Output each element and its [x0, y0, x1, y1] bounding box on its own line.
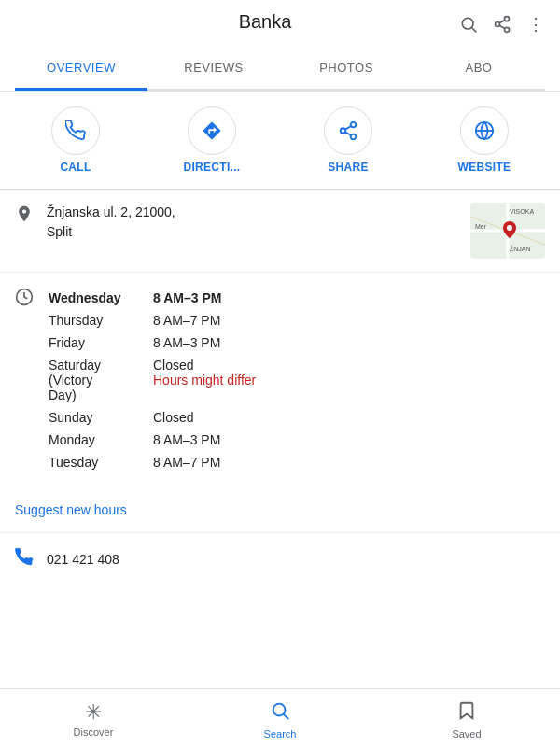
svg-line-10	[345, 132, 351, 135]
day-thursday: Thursday	[49, 310, 151, 331]
svg-text:VISOKA: VISOKA	[510, 208, 534, 215]
hours-row-tuesday: Tuesday 8 AM–7 PM	[49, 452, 543, 472]
hours-friday: 8 AM–3 PM	[153, 332, 543, 353]
svg-text:ŽNJAN: ŽNJAN	[510, 245, 531, 252]
svg-point-2	[505, 16, 510, 21]
svg-line-6	[499, 20, 505, 22]
search-label: Search	[264, 728, 297, 740]
hours-thursday: 8 AM–7 PM	[153, 310, 543, 331]
svg-line-11	[345, 126, 351, 130]
svg-point-23	[507, 225, 512, 231]
phone-screen: Banka ⋮ OVERVIEW REVIEWS	[0, 0, 560, 747]
directions-label: DIRECTI...	[183, 161, 240, 174]
call-circle	[51, 106, 100, 155]
saved-label: Saved	[452, 728, 481, 740]
bottom-nav: ✳ Discover Search Saved	[0, 688, 560, 747]
svg-point-0	[462, 18, 473, 29]
tab-photos[interactable]: PHOTOS	[280, 48, 413, 89]
svg-point-8	[341, 128, 346, 134]
day-wednesday: Wednesday	[49, 288, 151, 308]
directions-button[interactable]: DIRECTI...	[179, 106, 245, 174]
nav-saved[interactable]: Saved	[373, 697, 560, 743]
hours-tuesday: 8 AM–7 PM	[153, 452, 543, 472]
hours-saturday: Closed Hours might differ	[153, 355, 543, 405]
directions-circle	[188, 106, 236, 155]
nav-discover[interactable]: ✳ Discover	[0, 697, 187, 743]
phone-row: 021 421 408	[0, 533, 560, 585]
page-title: Banka	[239, 11, 292, 33]
map-thumbnail[interactable]: VISOKA ŽNJAN Mer ak	[470, 203, 545, 259]
svg-point-25	[273, 704, 286, 716]
day-saturday: Saturday(VictoryDay)	[49, 355, 151, 405]
call-button[interactable]: CALL	[43, 106, 108, 174]
svg-text:Mer: Mer	[475, 223, 487, 230]
tabs: OVERVIEW REVIEWS PHOTOS ABO	[15, 48, 545, 91]
svg-line-5	[499, 25, 505, 28]
hours-row-sunday: Sunday Closed	[49, 407, 543, 428]
address-text: Žnjanska ul. 2, 21000, Split	[47, 203, 463, 242]
search-nav-icon	[270, 700, 290, 726]
call-label: CALL	[60, 161, 91, 174]
day-friday: Friday	[49, 332, 151, 353]
svg-point-7	[351, 122, 357, 128]
hours-row-saturday: Saturday(VictoryDay) Closed Hours might …	[49, 355, 543, 405]
share-button[interactable]: SHARE	[315, 106, 381, 174]
search-icon[interactable]	[459, 15, 478, 34]
tab-reviews[interactable]: REVIEWS	[147, 48, 280, 89]
phone-number[interactable]: 021 421 408	[47, 552, 119, 567]
hours-content: Wednesday 8 AM–3 PM Thursday 8 AM–7 PM F…	[47, 286, 545, 474]
tab-overview[interactable]: OVERVIEW	[15, 48, 147, 91]
hours-wednesday: 8 AM–3 PM	[153, 288, 543, 308]
nav-search[interactable]: Search	[187, 697, 373, 743]
address-row: Žnjanska ul. 2, 21000, Split VISOKA ŽNJA…	[0, 190, 560, 273]
svg-line-26	[284, 714, 288, 719]
website-label: WEBSITE	[458, 161, 511, 174]
share-icon[interactable]	[493, 15, 511, 34]
suggest-hours-link[interactable]: Suggest new hours	[0, 487, 560, 533]
hours-monday: 8 AM–3 PM	[153, 430, 543, 450]
saved-icon	[456, 700, 477, 726]
discover-icon: ✳	[85, 700, 102, 725]
action-buttons: CALL DIRECTI... SHARE	[0, 92, 560, 190]
day-tuesday: Tuesday	[49, 452, 151, 472]
svg-point-9	[351, 134, 357, 140]
website-button[interactable]: WEBSITE	[452, 106, 517, 174]
svg-line-1	[472, 27, 477, 32]
content-area: CALL DIRECTI... SHARE	[0, 92, 560, 688]
hours-row: Wednesday 8 AM–3 PM Thursday 8 AM–7 PM F…	[0, 273, 560, 487]
location-icon	[15, 204, 34, 228]
header-icons: ⋮	[459, 15, 545, 34]
hours-row-thursday: Thursday 8 AM–7 PM	[49, 310, 543, 331]
header: Banka ⋮ OVERVIEW REVIEWS	[0, 0, 560, 92]
clock-icon	[15, 288, 34, 311]
more-icon[interactable]: ⋮	[526, 15, 545, 34]
hours-row-monday: Monday 8 AM–3 PM	[49, 430, 543, 450]
hours-table: Wednesday 8 AM–3 PM Thursday 8 AM–7 PM F…	[47, 286, 545, 474]
website-circle	[460, 106, 509, 155]
discover-label: Discover	[74, 726, 114, 738]
svg-point-3	[496, 21, 500, 26]
hours-sunday: Closed	[153, 407, 543, 428]
share-label: SHARE	[328, 161, 369, 174]
hours-note: Hours might differ	[153, 373, 543, 388]
svg-point-4	[505, 27, 510, 32]
hours-row-wednesday: Wednesday 8 AM–3 PM	[49, 288, 543, 308]
hours-row-friday: Friday 8 AM–3 PM	[49, 332, 543, 353]
map-svg: VISOKA ŽNJAN Mer ak	[470, 203, 545, 259]
day-monday: Monday	[49, 430, 151, 450]
share-circle	[324, 106, 372, 155]
day-sunday: Sunday	[49, 407, 151, 428]
phone-icon	[15, 548, 34, 571]
tab-about[interactable]: ABO	[413, 48, 545, 89]
